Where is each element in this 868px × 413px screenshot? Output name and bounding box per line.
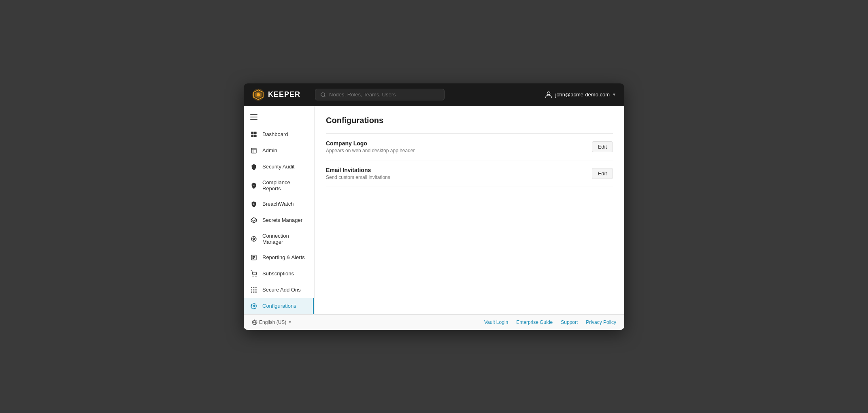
sidebar-item-secrets-manager-label: Secrets Manager — [262, 217, 302, 223]
config-item-email-invitations-title: Email Invitations — [326, 167, 390, 173]
svg-rect-31 — [253, 287, 255, 288]
svg-point-4 — [547, 92, 550, 94]
svg-rect-34 — [253, 289, 255, 290]
page-title: Configurations — [326, 116, 613, 125]
svg-rect-35 — [255, 289, 257, 290]
svg-rect-5 — [250, 114, 257, 115]
vault-login-link[interactable]: Vault Login — [484, 319, 508, 325]
svg-rect-37 — [253, 292, 255, 293]
user-menu[interactable]: john@acme-demo.com ▼ — [544, 90, 617, 99]
svg-rect-38 — [255, 292, 257, 293]
config-item-email-invitations-text: Email Invitations Send custom email invi… — [326, 167, 390, 180]
svg-rect-32 — [255, 287, 257, 288]
globe-icon — [252, 319, 257, 325]
sidebar-item-connection-manager[interactable]: Connection Manager — [244, 228, 314, 249]
svg-rect-8 — [251, 132, 253, 134]
svg-rect-9 — [254, 132, 257, 134]
edit-company-logo-button[interactable]: Edit — [592, 141, 613, 152]
svg-rect-7 — [250, 119, 257, 120]
language-chevron-icon: ▼ — [288, 320, 292, 324]
sidebar-item-connection-manager-label: Connection Manager — [262, 233, 308, 245]
admin-icon — [250, 147, 257, 154]
sidebar-item-dashboard[interactable]: Dashboard — [244, 126, 314, 143]
privacy-policy-link[interactable]: Privacy Policy — [586, 319, 616, 325]
search-icon — [320, 92, 326, 98]
shield-icon — [250, 163, 257, 170]
connection-icon — [250, 235, 257, 243]
breachwatch-icon — [250, 200, 257, 208]
config-item-email-invitations: Email Invitations Send custom email invi… — [326, 160, 613, 187]
svg-point-39 — [253, 305, 255, 307]
shield-check-icon — [250, 182, 257, 189]
logo-area: KEEPER — [252, 88, 308, 101]
sidebar-item-reporting-alerts-label: Reporting & Alerts — [262, 254, 305, 260]
sidebar-item-configurations-label: Configurations — [262, 303, 296, 309]
svg-point-28 — [253, 276, 253, 276]
language-selector[interactable]: English (US) ▼ — [252, 319, 292, 325]
search-input[interactable] — [329, 92, 439, 98]
sidebar-item-subscriptions[interactable]: Subscriptions — [244, 266, 314, 282]
svg-point-1 — [257, 93, 260, 96]
sidebar-item-secure-add-ons[interactable]: Secure Add Ons — [244, 282, 314, 298]
cart-icon — [250, 270, 257, 277]
sidebar-item-breachwatch-label: BreachWatch — [262, 201, 294, 207]
config-item-email-invitations-desc: Send custom email invitations — [326, 175, 390, 180]
sidebar-item-subscriptions-label: Subscriptions — [262, 270, 294, 277]
header: KEEPER john@acme-demo.com ▼ — [244, 83, 624, 106]
svg-rect-36 — [251, 292, 252, 293]
sidebar-item-secure-add-ons-label: Secure Add Ons — [262, 287, 301, 293]
svg-rect-30 — [251, 287, 252, 288]
sidebar-item-breachwatch[interactable]: BreachWatch — [244, 196, 314, 212]
svg-rect-12 — [251, 148, 256, 153]
footer-links: Vault Login Enterprise Guide Support Pri… — [484, 319, 616, 325]
svg-point-2 — [321, 92, 325, 96]
svg-rect-11 — [254, 134, 257, 137]
sidebar-item-admin[interactable]: Admin — [244, 143, 314, 159]
sidebar-item-compliance-reports-label: Compliance Reports — [262, 179, 308, 192]
svg-point-29 — [256, 276, 256, 276]
svg-point-15 — [253, 203, 254, 204]
svg-rect-10 — [251, 134, 253, 137]
edit-email-invitations-button[interactable]: Edit — [592, 168, 613, 179]
svg-line-3 — [324, 96, 326, 97]
search-bar[interactable] — [315, 89, 445, 100]
sidebar-item-security-audit-label: Security Audit — [262, 164, 295, 170]
keeper-logo-icon — [252, 88, 265, 101]
user-email-label: john@acme-demo.com — [555, 92, 610, 98]
user-account-icon — [544, 90, 553, 99]
grid-icon — [250, 286, 257, 294]
sidebar-item-secrets-manager[interactable]: Secrets Manager — [244, 212, 314, 228]
svg-rect-6 — [250, 117, 257, 117]
content-area: Configurations Company Logo Appears on w… — [315, 106, 624, 314]
svg-point-18 — [253, 238, 255, 240]
sidebar-item-reporting-alerts[interactable]: Reporting & Alerts — [244, 249, 314, 266]
sidebar-item-admin-label: Admin — [262, 147, 277, 153]
dashboard-icon — [250, 131, 257, 138]
svg-rect-33 — [251, 289, 252, 290]
footer: English (US) ▼ Vault Login Enterprise Gu… — [244, 314, 624, 330]
hamburger-menu[interactable] — [244, 109, 314, 126]
main-layout: Dashboard Admin — [244, 106, 624, 314]
config-item-company-logo: Company Logo Appears on web and desktop … — [326, 133, 613, 160]
logo-text: KEEPER — [268, 90, 300, 99]
sidebar: Dashboard Admin — [244, 106, 315, 314]
chevron-down-icon: ▼ — [612, 92, 616, 97]
config-item-company-logo-title: Company Logo — [326, 140, 415, 147]
app-container: KEEPER john@acme-demo.com ▼ — [244, 83, 624, 330]
sidebar-item-dashboard-label: Dashboard — [262, 131, 288, 137]
layers-icon — [250, 217, 257, 224]
support-link[interactable]: Support — [561, 319, 578, 325]
config-item-company-logo-text: Company Logo Appears on web and desktop … — [326, 140, 415, 153]
sidebar-item-compliance-reports[interactable]: Compliance Reports — [244, 175, 314, 196]
sidebar-item-configurations[interactable]: Configurations — [244, 298, 314, 314]
report-icon — [250, 254, 257, 261]
gear-icon — [250, 302, 257, 310]
enterprise-guide-link[interactable]: Enterprise Guide — [516, 319, 553, 325]
language-label: English (US) — [259, 319, 286, 325]
config-item-company-logo-desc: Appears on web and desktop app header — [326, 148, 415, 153]
sidebar-item-security-audit[interactable]: Security Audit — [244, 159, 314, 175]
